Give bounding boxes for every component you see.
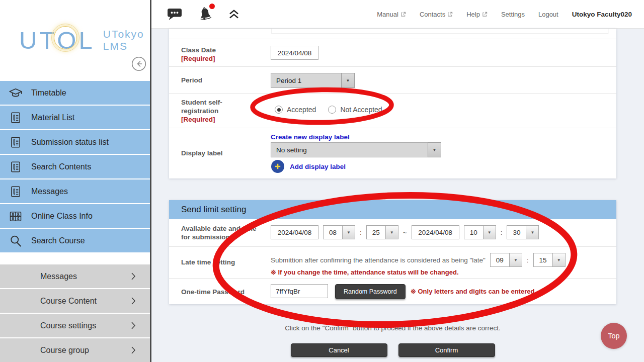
available-time-row: Available date and time for submission 0… [169, 219, 616, 246]
external-link-icon [400, 12, 406, 17]
sidebar-divider [150, 0, 151, 362]
self-registration-label: Student self-registration [181, 98, 242, 115]
sidebar-item-course-content[interactable]: Course Content [0, 289, 150, 313]
random-password-button[interactable]: Random Password [335, 284, 406, 299]
class-date-row: Class Date [Required] [169, 39, 616, 66]
utol-logo: UTOL UTokyo LMS [19, 26, 144, 54]
end-hour-select[interactable]: 10 ▼ [464, 225, 496, 239]
end-date-input[interactable] [412, 225, 459, 239]
chevron-down-icon[interactable]: ▼ [526, 225, 539, 239]
accepted-radio[interactable] [275, 106, 283, 114]
start-minute-select[interactable]: 25 ▼ [366, 225, 398, 239]
not-accepted-radio-label: Not Accepted [340, 106, 382, 114]
chevron-down-icon[interactable]: ▼ [343, 225, 355, 239]
graduation-cap-icon [0, 86, 31, 100]
sidebar-item-submission-status-list[interactable]: Submission status list [0, 130, 150, 154]
logo-area: UTOL UTokyo LMS [0, 0, 150, 81]
send-limit-header: Send limit setting [169, 200, 616, 219]
display-label-select[interactable]: No setting ▼ [271, 142, 441, 157]
display-label-row: Display label Create new display label N… [169, 128, 616, 178]
manual-link[interactable]: Manual [377, 11, 406, 18]
available-time-label: Available date and time for submission [181, 224, 257, 241]
search-icon [0, 234, 31, 248]
period-row: Period Period 1 ▼ [169, 66, 616, 93]
double-chevron-up-icon [228, 9, 240, 20]
sidebar-collapse-button[interactable] [131, 56, 146, 71]
chevron-down-icon[interactable]: ▼ [553, 253, 566, 267]
scroll-to-top-button[interactable]: Top [601, 323, 627, 349]
chevron-down-icon[interactable]: ▼ [484, 225, 496, 239]
send-limit-title: Send limit setting [181, 205, 246, 215]
class-date-required: [Required] [181, 54, 216, 63]
class-date-input[interactable] [271, 46, 318, 60]
chevron-down-icon[interactable]: ▼ [428, 142, 441, 157]
one-time-password-row: One-time Password Random Password ※ Only… [169, 278, 616, 304]
sidebar-item-course-settings[interactable]: Course settings [0, 314, 150, 337]
notification-badge [209, 4, 215, 9]
chat-button[interactable] [167, 8, 183, 21]
clipboard-pen-icon [0, 185, 31, 198]
notifications-button[interactable] [198, 7, 213, 22]
chevron-down-icon[interactable]: ▼ [386, 225, 398, 239]
late-time-note: ※ If you change the time, attendance sta… [271, 268, 459, 276]
main-content: Class Date [Required] Period Period 1 ▼ … [151, 29, 644, 362]
sidebar-item-timetable[interactable]: Timetable [0, 81, 150, 105]
chevron-down-icon[interactable]: ▼ [341, 73, 355, 88]
confirm-instruction: Click on the "Confirm" button to proceed… [169, 324, 616, 332]
self-registration-row: Student self-registration [Required] Acc… [169, 93, 616, 128]
sidebar-item-material-list[interactable]: Material List [0, 106, 150, 129]
external-link-icon [482, 12, 488, 17]
self-registration-required: [Required] [181, 115, 242, 124]
people-grid-icon [0, 210, 31, 223]
end-minute-select[interactable]: 30 ▼ [507, 225, 539, 239]
cancel-button[interactable]: Cancel [291, 343, 387, 357]
late-time-description: Submittion after confimring the attendan… [271, 256, 486, 264]
sidebar-item-search-contents[interactable]: Search Contents [0, 155, 150, 178]
chevron-down-icon[interactable]: ▼ [510, 253, 522, 267]
late-time-row: Late time setting Submittion after confi… [169, 246, 616, 278]
sidebar-item-course-group[interactable]: Course group [0, 338, 150, 362]
send-limit-panel: Send limit setting Available date and ti… [169, 200, 616, 304]
sidebar-spacer [0, 253, 150, 264]
add-display-label-button[interactable]: Add display label [271, 160, 346, 173]
period-select[interactable]: Period 1 ▼ [271, 73, 355, 88]
chevron-right-icon [131, 346, 136, 356]
clipboard-pen-icon [0, 136, 31, 149]
not-accepted-radio[interactable] [328, 106, 336, 114]
logged-in-user: Utokyo Faculty020 [572, 11, 632, 18]
logo-subtitle: UTokyo LMS [103, 28, 144, 54]
accepted-radio-label: Accepted [287, 106, 316, 114]
create-display-label-link[interactable]: Create new display label [271, 133, 350, 141]
display-label-label: Display label [181, 149, 223, 157]
password-note: ※ Only letters and digits can be entered [411, 288, 534, 295]
start-date-input[interactable] [271, 225, 318, 239]
late-hour-select[interactable]: 09 ▼ [490, 253, 522, 267]
period-label: Period [181, 76, 202, 84]
chevron-right-icon [131, 272, 136, 283]
late-minute-select[interactable]: 15 ▼ [533, 253, 566, 267]
sidebar-item-messages-group[interactable]: Messages [0, 264, 150, 288]
one-time-password-label: One-time Password [181, 288, 245, 296]
logout-link[interactable]: Logout [538, 11, 558, 18]
contacts-link[interactable]: Contacts [420, 11, 453, 18]
plus-icon[interactable] [271, 160, 284, 173]
cropped-input[interactable] [272, 29, 608, 34]
sidebar-item-online-class-info[interactable]: Online Class Info [0, 204, 150, 228]
confirm-button[interactable]: Confirm [398, 343, 495, 357]
sidebar: UTOL UTokyo LMS Timetable [0, 0, 150, 362]
chat-icon [167, 8, 183, 21]
sidebar-item-search-course[interactable]: Search Course [0, 229, 150, 252]
collapse-header-button[interactable] [228, 9, 240, 20]
back-arrow-icon [131, 56, 146, 71]
help-link[interactable]: Help [466, 11, 488, 18]
start-hour-select[interactable]: 08 ▼ [323, 225, 355, 239]
class-date-label: Class Date [181, 46, 216, 54]
clipboard-pen-icon [0, 160, 31, 173]
sidebar-item-messages[interactable]: Messages [0, 179, 150, 203]
late-time-label: Late time setting [181, 258, 235, 266]
utol-lms-page: UTOL UTokyo LMS Timetable [0, 0, 644, 362]
topbar: Manual Contacts Help Settings Logout Uto… [151, 0, 644, 29]
settings-link[interactable]: Settings [501, 11, 525, 18]
chevron-right-icon [131, 321, 136, 332]
one-time-password-input[interactable] [271, 284, 328, 298]
